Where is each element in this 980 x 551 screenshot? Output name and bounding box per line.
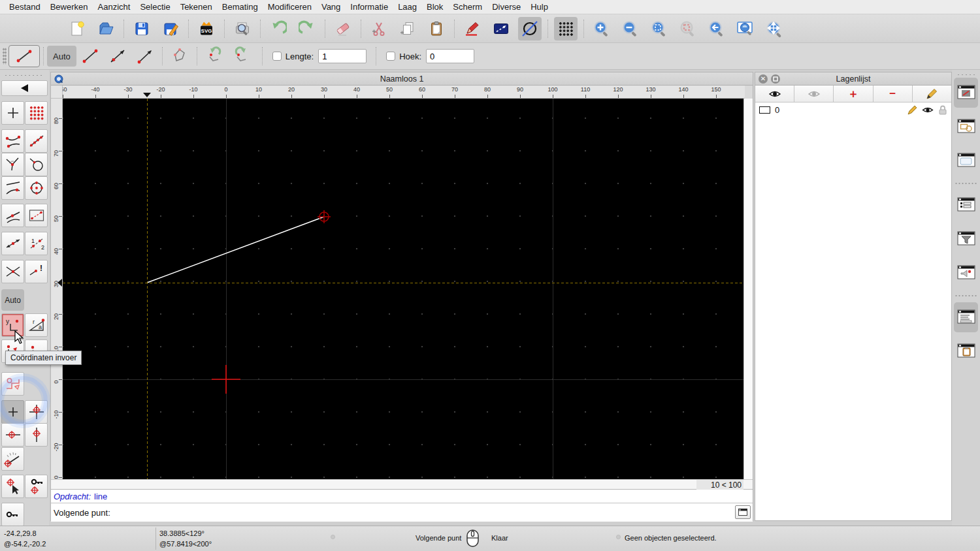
set-relative-angle-button[interactable] [1,447,24,471]
lock-layer-button[interactable] [1,503,24,526]
menu-tekenen[interactable]: Tekenen [180,2,212,12]
zoom-window-button[interactable] [734,17,757,40]
layer-edit-icon[interactable] [907,105,917,115]
dock-clipboard-button[interactable] [954,336,978,366]
dock-layer-list-button[interactable] [954,78,978,108]
properties-button[interactable] [489,17,513,40]
dock-entity-list-button[interactable] [954,190,978,220]
dock-selection-button[interactable] [954,258,978,288]
drawing-window-titlebar[interactable]: Naamloos 1 [51,72,753,86]
snap-restrict-box-button[interactable] [25,204,48,227]
redo-button[interactable] [295,17,319,40]
snap-endpoint-button[interactable] [1,129,24,153]
close-icon[interactable]: ✕ [759,74,768,84]
pen-attributes-button[interactable] [461,17,484,40]
menu-informatie[interactable]: Informatie [350,2,388,12]
save-button[interactable] [130,17,154,40]
restrict-horizontal-button[interactable] [1,423,24,447]
print-preview-button[interactable] [231,17,254,40]
set-relative-zero-button[interactable] [1,475,24,498]
menu-bestand[interactable]: Bestand [9,2,41,12]
angle-input[interactable] [426,49,474,63]
lock-relative-zero-button[interactable] [25,475,48,498]
snap-tangent2-button[interactable] [1,204,24,227]
hide-all-layers-button[interactable] [794,86,834,102]
zoom-redraw-button[interactable] [705,17,728,40]
snap-intersection-button[interactable] [1,260,24,283]
line-tool-button[interactable] [8,45,40,67]
layer-panel-titlebar[interactable]: ✕ Lagenlijst [755,72,951,86]
edit-layer-button[interactable] [913,86,951,102]
line-auto-button[interactable]: Auto [47,46,76,67]
polyline-close-button[interactable] [166,45,193,67]
snap-distance-button[interactable]: 12 [25,232,48,255]
dock-command-line-button[interactable] [954,302,978,332]
snap-auto-button[interactable]: Auto [1,289,24,311]
menu-hulp[interactable]: Hulp [531,2,548,12]
length-input[interactable] [318,49,367,63]
copy-button[interactable] [396,17,419,40]
zoom-in-button[interactable] [590,17,613,40]
pan-button[interactable] [762,17,786,40]
zoom-out-button[interactable] [619,17,642,40]
undock-icon[interactable] [771,74,780,84]
redo-segment-button[interactable] [228,45,255,67]
angle-checkbox[interactable] [386,52,395,61]
menu-blok[interactable]: Blok [427,2,443,12]
menu-vang[interactable]: Vang [321,2,340,12]
new-document-button[interactable] [65,17,89,40]
remove-layer-button[interactable]: − [874,86,913,102]
zoom-previous-button[interactable] [676,17,700,40]
snap-grid-button[interactable] [25,101,48,125]
snap-tangent-button[interactable] [25,153,48,176]
snap-middle-button[interactable] [1,232,24,255]
toolbar-handle[interactable] [3,48,7,65]
horizontal-scrollbar[interactable]: 10 < 100 [51,479,753,490]
layer-lock-icon[interactable] [938,105,947,115]
snap-intersection-manual-button[interactable]: ! [25,260,48,283]
snap-perpendicular-button[interactable] [1,153,24,176]
cut-button[interactable] [367,17,391,40]
layer-visibility-checkbox[interactable] [759,106,770,114]
menu-selectie[interactable]: Selectie [140,2,170,12]
add-layer-button[interactable]: ＋ [834,86,873,102]
coordinate-polar-button[interactable]: ra [25,313,48,337]
command-widget-toggle-button[interactable] [735,505,751,519]
line-double-arrow-button[interactable] [104,45,131,67]
layer-row[interactable]: 0 [755,102,951,117]
line-two-points-button[interactable] [76,45,104,67]
snap-free-button[interactable] [1,101,24,125]
menu-laag[interactable]: Laag [398,2,417,12]
zoom-auto-button[interactable] [647,17,671,40]
svg-export-button[interactable]: SVG [195,17,218,40]
back-button[interactable] [1,80,48,96]
line-arrow-button[interactable] [131,45,159,67]
layer-visible-icon[interactable] [922,106,934,114]
sidebar-handle[interactable] [4,74,44,77]
show-all-layers-button[interactable] [755,86,794,102]
delete-button[interactable] [331,17,355,40]
dock-library-browser-button[interactable] [954,146,978,176]
restrict-vertical-button[interactable] [25,423,48,447]
snap-nearest-button[interactable] [1,176,24,200]
draw-circle-line-tool-button[interactable] [518,17,542,40]
dock-block-list-button[interactable] [954,112,978,142]
menu-bemating[interactable]: Bemating [222,2,258,12]
snap-on-entity-button[interactable] [25,129,48,153]
undo-button[interactable] [267,17,290,40]
menu-diverse[interactable]: Diverse [492,2,521,12]
grid-toggle-button[interactable] [554,17,578,40]
paste-button[interactable] [425,17,448,40]
save-as-button[interactable] [159,17,182,40]
dockbar-handle[interactable] [956,73,976,76]
command-input[interactable] [114,505,753,520]
drawing-canvas[interactable] [63,99,743,479]
open-file-button[interactable] [94,17,118,40]
menu-modificeren[interactable]: Modificeren [268,2,312,12]
menu-bewerken[interactable]: Bewerken [50,2,88,12]
undo-segment-button[interactable] [201,45,228,67]
vertical-scrollbar[interactable] [743,99,753,479]
snap-center-button[interactable] [25,176,48,200]
menu-aanzicht[interactable]: Aanzicht [98,2,131,12]
length-checkbox[interactable] [272,52,282,61]
